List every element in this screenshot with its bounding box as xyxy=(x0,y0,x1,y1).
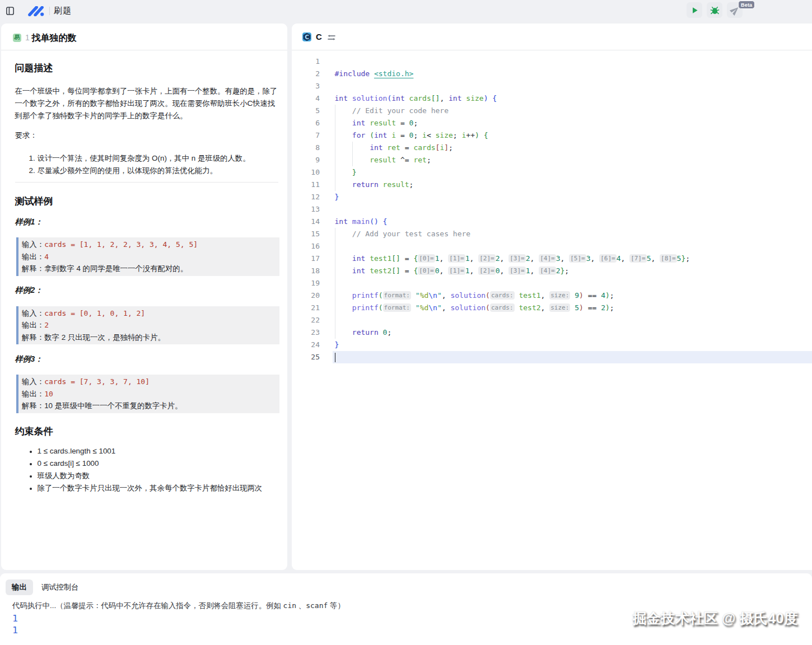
code-token-var: test1 xyxy=(519,291,540,300)
line-number: 13 xyxy=(292,203,333,216)
list-item: 0 ≤ cards[i] ≤ 1000 xyxy=(38,457,279,470)
brand-logo-icon[interactable] xyxy=(28,6,45,16)
code-line[interactable] xyxy=(333,314,812,326)
code-line[interactable]: } xyxy=(333,166,812,179)
console-tabs: 输出调试控制台 xyxy=(6,581,85,593)
code-line[interactable]: printf(format: "%d\n", solution(cards: t… xyxy=(333,289,812,302)
code-token-num: 3 xyxy=(556,254,561,263)
console-tab[interactable]: 输出 xyxy=(6,579,33,595)
code-line[interactable]: int ret = cards[i]; xyxy=(333,142,812,154)
problem-content[interactable]: 问题描述 在一个班级中，每位同学都拿到了一张卡片，上面有一个整数。有趣的是，除了… xyxy=(1,51,287,570)
code-token-var: cards xyxy=(409,94,431,102)
code-token-br2: ) xyxy=(475,131,479,139)
code-editor[interactable]: 1234567891011121314151617181920212223242… xyxy=(292,51,812,570)
code-line[interactable]: int result = 0; xyxy=(333,117,812,129)
code-token-kw: #include xyxy=(335,69,370,78)
code-line[interactable] xyxy=(333,55,812,68)
code-line[interactable]: printf(format: "%d\n", solution(cards: t… xyxy=(333,302,812,314)
console-tab[interactable]: 调试控制台 xyxy=(35,579,85,595)
code-line[interactable] xyxy=(333,240,812,253)
code-token-fn: solution xyxy=(450,291,486,300)
code-line[interactable]: int test2[] = {[0]=0, [1]=1, [2]=0, [3]=… xyxy=(333,265,812,277)
code-line[interactable]: int test1[] = {[0]=1, [1]=1, [2]=2, [3]=… xyxy=(333,253,812,265)
line-number: 16 xyxy=(292,240,333,253)
inlay-hint: [4]= xyxy=(539,254,556,263)
debug-button[interactable] xyxy=(707,2,722,18)
code-token-pln xyxy=(335,254,352,263)
sample-row-value: cards = [0, 1, 0, 1, 2] xyxy=(44,309,145,317)
code-line[interactable] xyxy=(333,351,812,363)
code-token-pln: , xyxy=(620,254,629,263)
code-token-var: size xyxy=(466,94,483,102)
code-token-num: 0 xyxy=(435,267,440,275)
code-token-br2: ( xyxy=(379,291,383,300)
line-number: 18 xyxy=(292,265,333,277)
line-number: 25 xyxy=(292,351,333,363)
run-button[interactable] xyxy=(687,2,702,18)
sample-row: 解释：数字 2 只出现一次，是独特的卡片。 xyxy=(22,331,273,344)
code-token-fmt: %d xyxy=(420,303,429,312)
list-item: 班级人数为奇数 xyxy=(38,470,279,482)
sample-row-label: 输出： xyxy=(22,321,44,329)
code-line[interactable] xyxy=(333,80,812,92)
swap-language-icon[interactable] xyxy=(328,35,335,40)
code-token-var: size xyxy=(436,131,453,139)
line-number: 4 xyxy=(292,92,333,105)
bug-icon xyxy=(710,6,720,15)
inlay-hint: size: xyxy=(549,303,570,312)
code-token-pln: , xyxy=(440,94,449,102)
code-line[interactable]: return result; xyxy=(333,179,812,191)
code-token-pln xyxy=(335,303,352,312)
brand-divider xyxy=(49,7,50,15)
code-line[interactable]: result ^= ret; xyxy=(333,154,812,166)
code-line[interactable]: // Add your test cases here xyxy=(333,228,812,240)
divider xyxy=(15,182,278,183)
sidebar-toggle-icon[interactable] xyxy=(6,7,14,15)
line-number: 22 xyxy=(292,314,333,326)
code-token-pln xyxy=(379,328,383,336)
top-bar: 刷题 Beta xyxy=(0,0,812,24)
code-token-br2: ) xyxy=(605,291,610,300)
code-token-br2: { xyxy=(413,254,418,263)
code-line[interactable]: int solution(int cards[], int size) { xyxy=(333,92,812,105)
code-token-pln: ^= xyxy=(396,156,413,164)
code-line[interactable]: } xyxy=(333,191,812,203)
sample-label: 样例2： xyxy=(15,286,279,294)
code-line[interactable]: return 0; xyxy=(333,326,812,339)
code-token-var: ret xyxy=(387,143,400,152)
code-line[interactable]: for (int i = 0; i< size; i++) { xyxy=(333,129,812,142)
code-token-pln xyxy=(365,131,370,139)
inlay-hint: [7]= xyxy=(629,254,647,263)
code-token-var: test1 xyxy=(370,254,391,263)
list-item: 尽量减少额外空间的使用，以体现你的算法优化能力。 xyxy=(38,165,279,177)
code-line[interactable] xyxy=(333,277,812,289)
code-token-num: 1 xyxy=(465,267,470,275)
code-line[interactable] xyxy=(333,203,812,216)
language-label[interactable]: C xyxy=(316,32,322,41)
code-token-pln xyxy=(365,119,370,127)
sample-row-value: 数字 2 只出现一次，是独特的卡片。 xyxy=(44,333,165,342)
line-number: 2 xyxy=(292,68,333,80)
code-line[interactable]: #include <stdio.h> xyxy=(333,68,812,80)
code-line[interactable]: // Edit your code here xyxy=(333,105,812,117)
code-token-pln: < xyxy=(427,131,436,139)
code-token-var: result xyxy=(370,156,396,164)
code-token-pln xyxy=(335,328,352,336)
code-line[interactable]: int main() { xyxy=(333,216,812,228)
sample-label: 样例1： xyxy=(15,218,279,226)
inlay-hint: [4]= xyxy=(539,267,556,275)
code-token-pln: , xyxy=(651,254,660,263)
code-token-fn: printf xyxy=(352,303,379,312)
code-area[interactable]: #include <stdio.h>int solution(int cards… xyxy=(333,55,812,363)
code-token-kw: int xyxy=(391,94,404,102)
code-token-pln: , xyxy=(470,254,479,263)
list-item: 除了一个数字卡片只出现一次外，其余每个数字卡片都恰好出现两次 xyxy=(38,482,279,494)
code-token-pln: ; xyxy=(449,143,453,152)
code-token-var: result xyxy=(370,119,396,127)
line-number: 5 xyxy=(292,105,333,117)
code-token-pln xyxy=(335,106,352,115)
code-token-pln: ; xyxy=(610,303,614,312)
console-message-text: 等） xyxy=(328,601,345,610)
code-line[interactable]: } xyxy=(333,339,812,351)
code-token-num: 2 xyxy=(496,254,500,263)
